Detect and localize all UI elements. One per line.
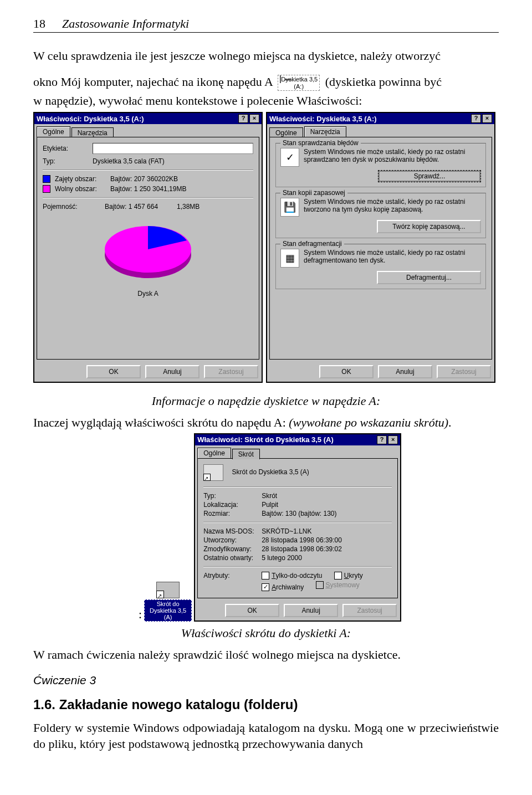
para2b: (wywołane po wskazaniu skrótu)	[289, 416, 448, 429]
check-button[interactable]: Sprawdź...	[378, 170, 481, 182]
close-button[interactable]: ×	[249, 114, 259, 123]
help-button[interactable]: ?	[471, 114, 481, 123]
tab-shortcut[interactable]: Skrót	[232, 449, 260, 459]
k-roz: Rozmiar:	[203, 510, 262, 517]
tab-general[interactable]: Ogólne	[37, 126, 70, 137]
title: Właściwości: Skrót do Dyskietka 3,5 (A)	[197, 435, 377, 444]
intro-line1: W celu sprawdzenia ile jest jeszcze woln…	[33, 48, 499, 64]
cap-bytes: Bajtów: 1 457 664	[105, 203, 177, 211]
titlebar: Właściwości: Skrót do Dyskietka 3,5 (A) …	[195, 434, 400, 445]
page-title: Zastosowanie Informatyki	[62, 17, 189, 31]
desktop-shortcut[interactable]: Skrót do Dyskietka 3,5 (A)	[144, 582, 192, 622]
properties-dialog-general: Właściwości: Dyskietka 3,5 (A:) ? × Ogól…	[33, 112, 263, 383]
label-free: Wolny obszar:	[55, 185, 110, 193]
k-utw: Utworzony:	[203, 536, 262, 544]
ok-button[interactable]: OK	[225, 604, 279, 617]
floppy-icon	[280, 75, 281, 83]
tab-general[interactable]: Ogólne	[197, 448, 231, 458]
title: Właściwości: Dyskietka 3,5 (A:)	[269, 115, 471, 123]
shortcut-name: Skrót do Dyskietka 3,5 (A)	[232, 468, 309, 476]
figure-caption-2: Właściwości skrótu do dyskietki A:	[33, 626, 499, 640]
ok-button[interactable]: OK	[86, 365, 141, 378]
v-typ: Skrót	[262, 492, 277, 500]
k-ost: Ostatnio otwarty:	[203, 554, 262, 562]
k-dos: Nazwa MS-DOS:	[203, 527, 262, 535]
group-title: Stan kopii zapasowej	[280, 189, 347, 197]
ok-button[interactable]: OK	[319, 365, 374, 378]
para2a: Inaczej wyglądają właściwości skrótu do …	[33, 416, 289, 429]
chk-archive[interactable]: ✓Archiwalny	[262, 583, 304, 591]
close-button[interactable]: ×	[388, 435, 398, 444]
backup-button[interactable]: Twórz kopię zapasową...	[377, 220, 481, 233]
close-button[interactable]: ×	[482, 114, 492, 123]
scandisk-icon: ✓	[280, 148, 299, 167]
help-button[interactable]: ?	[238, 114, 248, 123]
shortcut-label: Skrót do Dyskietka 3,5 (A)	[144, 599, 192, 622]
para3: W ramach ćwiczenia należy sprawdzić iloś…	[33, 647, 499, 663]
v-utw: 28 listopada 1998 06:39:00	[262, 536, 342, 544]
group-text: System Windows nie może ustalić, kiedy p…	[304, 148, 481, 163]
intro-line2a: okno Mój komputer, najechać na ikonę nap…	[33, 75, 273, 89]
cap-mb: 1,38MB	[177, 203, 210, 211]
k-zm: Zmodyfikowany:	[203, 545, 262, 553]
v-roz: Bajtów: 130 (bajtów: 130)	[262, 510, 336, 517]
label-typ: Typ:	[43, 157, 93, 165]
free-mb: 1,19MB	[163, 185, 186, 193]
shortcut-icon	[203, 464, 223, 481]
tab-tools[interactable]: Narzędzia	[304, 126, 346, 137]
para2c: .	[448, 416, 452, 429]
free-bytes: Bajtów: 1 250 304	[110, 185, 163, 193]
cancel-button[interactable]: Anuluj	[284, 604, 338, 617]
defrag-button[interactable]: Defragmentuj...	[377, 271, 481, 284]
pie-label: Dysk A	[43, 290, 253, 298]
titlebar: Właściwości: Dyskietka 3,5 (A:) ? ×	[34, 113, 262, 124]
cancel-button[interactable]: Anuluj	[145, 365, 200, 378]
v-dos: SKRÓTD~1.LNK	[262, 527, 311, 535]
k-attr: Atrybuty:	[203, 572, 262, 579]
para4: Foldery w systemie Windows odpowiadają k…	[33, 720, 499, 752]
chk-readonly[interactable]: TTylko-do-odczytuylko-do-odczytu	[262, 572, 322, 579]
group-backup: Stan kopii zapasowej 💾 System Windows ni…	[275, 193, 486, 238]
drive-a-icon: Dyskietka 3,5 (A:)	[278, 75, 320, 90]
capacity-pie-chart	[101, 218, 195, 285]
swatch-free	[43, 185, 50, 193]
page-number: 18	[33, 17, 45, 31]
titlebar: Właściwości: Dyskietka 3,5 (A:) ? ×	[267, 113, 494, 124]
label-capacity: Pojemność:	[43, 203, 105, 211]
intro-line3: w napędzie), wywołać menu kontekstowe i …	[33, 93, 499, 109]
v-lok: Pulpit	[262, 501, 278, 509]
apply-button[interactable]: Zastosuj	[342, 604, 397, 617]
value-typ: Dyskietka 3,5 cala (FAT)	[93, 157, 165, 165]
v-ost: 5 lutego 2000	[262, 554, 302, 562]
used-kb: 202KB	[158, 175, 178, 183]
group-text: System Windows nie może ustalić, kiedy p…	[304, 198, 481, 213]
drive-label2: (A:)	[294, 83, 304, 90]
chk-hidden[interactable]: Ukryty	[334, 572, 363, 579]
label-used: Zajęty obszar:	[55, 175, 110, 183]
apply-button[interactable]: Zastosuj	[437, 365, 491, 378]
backup-icon: 💾	[280, 198, 299, 217]
shortcut-floppy-icon	[156, 582, 180, 598]
label-input[interactable]	[93, 143, 253, 154]
v-zm: 28 listopada 1998 06:39:02	[262, 545, 342, 553]
swatch-used	[43, 175, 50, 183]
group-title: Stan sprawdzania błędów	[280, 139, 361, 147]
intro-line2b: (dyskietka powinna być	[325, 75, 442, 89]
exercise-label: Ćwiczenie 3	[33, 674, 499, 687]
label-etykieta: Etykieta:	[43, 145, 93, 152]
cancel-button[interactable]: Anuluj	[378, 365, 432, 378]
defrag-icon: ▦	[280, 249, 299, 268]
figure-caption-1: Informacje o napędzie dyskietce w napędz…	[33, 394, 499, 408]
apply-button[interactable]: Zastosuj	[204, 365, 258, 378]
k-typ: Typ:	[203, 492, 262, 500]
used-bytes: Bajtów: 207 360	[110, 175, 158, 183]
group-text: System Windows nie może ustalić, kiedy p…	[304, 249, 481, 264]
shortcut-properties-dialog: Właściwości: Skrót do Dyskietka 3,5 (A) …	[194, 433, 401, 622]
group-errorcheck: Stan sprawdzania błędów ✓ System Windows…	[275, 143, 486, 187]
title: Właściwości: Dyskietka 3,5 (A:)	[37, 115, 238, 123]
group-title: Stan defragmentacji	[280, 240, 344, 248]
help-button[interactable]: ?	[377, 435, 387, 444]
section-heading: 1.6. Zakładanie nowego katalogu (folderu…	[33, 697, 499, 712]
properties-dialog-tools: Właściwości: Dyskietka 3,5 (A:) ? × Ogól…	[266, 112, 495, 383]
colon: :	[139, 607, 142, 622]
